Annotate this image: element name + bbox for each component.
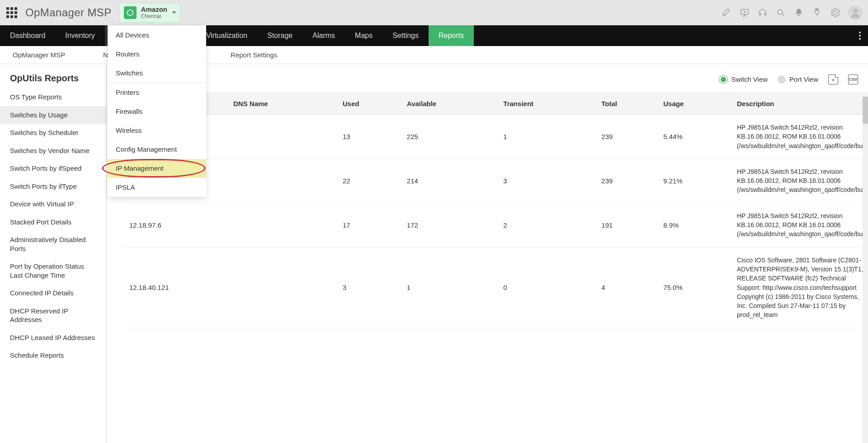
radio-dot-icon [719, 75, 727, 84]
view-port-button[interactable]: Port View [778, 75, 818, 84]
table-cell: 1 [402, 247, 499, 328]
nav-item-maps[interactable]: Maps [345, 25, 382, 46]
table-cell: 9.21% [659, 159, 732, 203]
column-header[interactable]: Used [338, 93, 402, 115]
plug-icon[interactable] [812, 8, 822, 18]
table-cell [229, 159, 338, 203]
table-cell: 0 [499, 247, 597, 328]
table-header-row: DNS NameUsedAvailableTransientTotalUsage… [125, 93, 868, 115]
main-content: e Switch View Port View ▾ CSV DNS NameUs… [107, 64, 868, 443]
table-cell: 22 [338, 159, 402, 203]
subtab-report-settings[interactable]: Report Settings [220, 46, 288, 64]
sidebar: OpUtils Reports OS Type ReportsSwitches … [0, 64, 107, 443]
bell-icon[interactable] [794, 8, 804, 18]
table-cell: 225 [402, 115, 499, 159]
sidebar-title: OpUtils Reports [0, 64, 106, 88]
table-row: 12.18.40.121310475.0%Cisco IOS Software,… [125, 247, 868, 328]
dropdown-item-ip-management[interactable]: IP Management [108, 159, 206, 178]
cube-icon [124, 6, 137, 19]
sidebar-item[interactable]: Switches by Vendor Name [0, 142, 106, 160]
table-row: 1322512395.44%HP J9851A Switch 5412Rzl2,… [125, 115, 868, 159]
nav-item-storage[interactable]: Storage [257, 25, 302, 46]
view-controls: Switch View Port View ▾ CSV [719, 75, 858, 84]
view-switch-button[interactable]: Switch View [719, 75, 768, 84]
table-cell: 13 [338, 115, 402, 159]
export-csv-icon[interactable]: CSV [848, 75, 858, 84]
dropdown-item-switches[interactable]: Switches [108, 64, 206, 83]
sidebar-item[interactable]: Stacked Port Details [0, 213, 106, 231]
view-option-label: Port View [789, 75, 818, 83]
column-header[interactable]: Transient [499, 93, 597, 115]
user-avatar[interactable] [848, 5, 863, 20]
sidebar-item[interactable]: OS Type Reports [0, 88, 106, 106]
table-cell: HP J9851A Switch 5412Rzl2, revision KB.1… [732, 115, 868, 159]
sidebar-item[interactable]: Schedule Reports [0, 346, 106, 364]
nav-item-inventory[interactable]: Inventory [55, 25, 105, 46]
customer-secondary: Chennai [141, 14, 167, 19]
headset-icon[interactable] [758, 8, 768, 18]
radio-dot-icon [778, 75, 786, 84]
customer-primary: Amazon [141, 6, 167, 14]
sidebar-item[interactable]: Connected IP Details [0, 284, 106, 302]
table-cell: 12.18.97.6 [125, 203, 229, 247]
search-icon[interactable] [776, 8, 786, 18]
sidebar-item[interactable]: Switches by Usage [0, 106, 106, 124]
customer-selector[interactable]: Amazon Chennai [119, 3, 180, 23]
table-wrap: DNS NameUsedAvailableTransientTotalUsage… [125, 93, 868, 443]
column-header[interactable]: DNS Name [229, 93, 338, 115]
sidebar-item[interactable]: Device with Virtual IP [0, 195, 106, 213]
table-cell: 191 [597, 203, 659, 247]
nav-item-alarms[interactable]: Alarms [302, 25, 345, 46]
dropdown-item-config-management[interactable]: Config Management [108, 140, 206, 159]
dropdown-item-wireless[interactable]: Wireless [108, 121, 206, 140]
sidebar-item[interactable]: DHCP Reserved IP Addresses [0, 302, 106, 329]
sidebar-item[interactable]: Port by Operation Status Last Change Tim… [0, 257, 106, 284]
table-cell: 5.44% [659, 115, 732, 159]
subtab-opmanager-msp[interactable]: OpManager MSP [0, 46, 76, 64]
table-row: 12.18.97.61717221918.9%HP J9851A Switch … [125, 203, 868, 247]
sidebar-list: OS Type ReportsSwitches by UsageSwitches… [0, 88, 106, 443]
table-cell: 3 [338, 247, 402, 328]
topbar-icons [722, 5, 863, 20]
scrollbar-thumb[interactable] [863, 97, 868, 124]
sidebar-item[interactable]: Switch Ports by ifSpeed [0, 159, 106, 177]
nav-item-dashboard[interactable]: Dashboard [0, 25, 55, 46]
table-cell: 75.0% [659, 247, 732, 328]
export-pdf-icon[interactable]: ▾ [828, 75, 838, 84]
table-cell: 17 [338, 203, 402, 247]
dropdown-item-routers[interactable]: Routers [108, 45, 206, 64]
nav-more-icon[interactable] [852, 25, 868, 46]
table-cell: 4 [597, 247, 659, 328]
dropdown-item-ipsla[interactable]: IPSLA [108, 178, 206, 197]
table-cell [229, 247, 338, 328]
column-header[interactable]: Total [597, 93, 659, 115]
rocket-icon[interactable] [722, 8, 731, 18]
table-cell: 12.18.40.121 [125, 247, 229, 328]
table-cell [229, 115, 338, 159]
dropdown-item-printers[interactable]: Printers [108, 83, 206, 102]
apps-launcher-icon[interactable] [5, 6, 18, 19]
sidebar-item[interactable]: Switch Ports by ifType [0, 177, 106, 196]
network-dropdown: All DevicesRoutersSwitchesPrintersFirewa… [108, 25, 206, 197]
table-cell: 3 [499, 159, 597, 203]
gear-icon[interactable] [830, 8, 840, 18]
nav-item-reports[interactable]: Reports [429, 25, 474, 46]
column-header[interactable]: Description [732, 93, 868, 115]
column-header[interactable]: Available [402, 93, 499, 115]
table-cell: HP J9851A Switch 5412Rzl2, revision KB.1… [732, 203, 868, 247]
table-cell: 1 [499, 115, 597, 159]
chevron-down-icon [172, 11, 176, 14]
switches-table: DNS NameUsedAvailableTransientTotalUsage… [125, 93, 868, 328]
column-header[interactable]: Usage [659, 93, 732, 115]
nav-item-settings[interactable]: Settings [382, 25, 429, 46]
dropdown-item-all-devices[interactable]: All Devices [108, 26, 206, 45]
table-cell: 2 [499, 203, 597, 247]
sidebar-item[interactable]: Administratively Disabled Ports [0, 231, 106, 257]
dropdown-item-firewalls[interactable]: Firewalls [108, 102, 206, 121]
sidebar-item[interactable]: Switches by Scheduler [0, 124, 106, 142]
svg-point-1 [778, 9, 783, 14]
presentation-icon[interactable] [740, 8, 750, 18]
sidebar-item[interactable]: DHCP Leased IP Addresses [0, 329, 106, 347]
topbar: OpManager MSP Amazon Chennai [0, 0, 868, 25]
table-cell: Cisco IOS Software, 2801 Software (C2801… [732, 247, 868, 328]
